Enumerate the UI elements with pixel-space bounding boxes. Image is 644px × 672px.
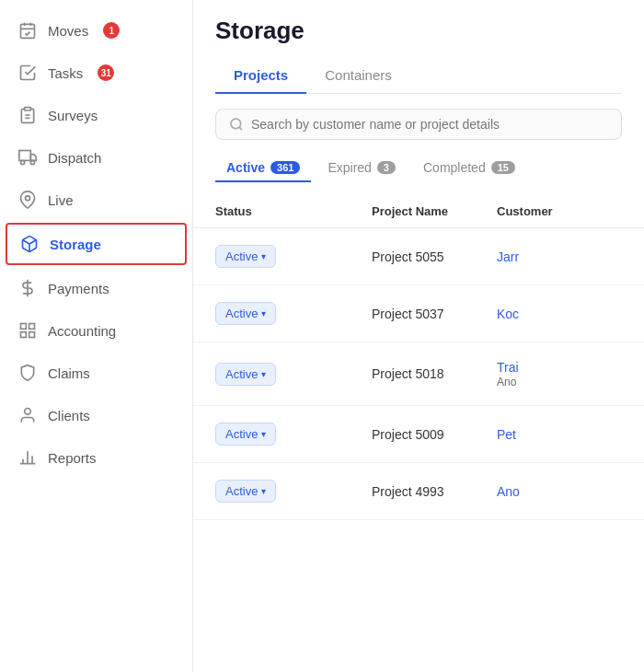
col-status: Status bbox=[215, 204, 372, 218]
status-label-3: Active bbox=[225, 427, 258, 441]
sidebar-item-reports-label: Reports bbox=[48, 450, 97, 466]
status-label-1: Active bbox=[225, 307, 258, 320]
row-3-status-cell: Active ▾ bbox=[215, 423, 372, 446]
row-3-project: Project 5009 bbox=[372, 427, 497, 442]
svg-line-24 bbox=[239, 127, 242, 130]
chevron-down-icon: ▾ bbox=[261, 308, 266, 319]
svg-rect-14 bbox=[21, 324, 27, 330]
sidebar-item-claims-label: Claims bbox=[48, 365, 90, 381]
table-row: Active ▾ Project 5055 Jarr bbox=[193, 228, 644, 285]
sidebar-item-storage[interactable]: Storage bbox=[6, 223, 187, 265]
sidebar-item-payments-label: Payments bbox=[48, 281, 109, 296]
sidebar-item-dispatch-label: Dispatch bbox=[48, 150, 101, 166]
tab-projects[interactable]: Projects bbox=[215, 58, 306, 94]
shield-icon bbox=[18, 364, 37, 382]
truck-icon bbox=[18, 148, 37, 167]
storage-icon bbox=[20, 235, 39, 253]
filter-completed-count: 15 bbox=[491, 161, 515, 174]
search-bar[interactable] bbox=[215, 109, 622, 140]
person-icon bbox=[18, 406, 37, 424]
svg-rect-15 bbox=[29, 324, 35, 330]
status-label-0: Active bbox=[225, 249, 258, 263]
svg-point-9 bbox=[21, 160, 25, 164]
sidebar-item-tasks[interactable]: Tasks 31 bbox=[0, 52, 192, 94]
moves-badge: 1 bbox=[103, 22, 120, 39]
status-badge-3[interactable]: Active ▾ bbox=[215, 423, 276, 446]
sidebar-item-clients[interactable]: Clients bbox=[0, 394, 192, 436]
sidebar-item-clients-label: Clients bbox=[48, 408, 90, 423]
sidebar-item-tasks-label: Tasks bbox=[48, 65, 83, 81]
svg-point-18 bbox=[25, 409, 31, 415]
svg-point-11 bbox=[26, 196, 30, 201]
chevron-down-icon: ▾ bbox=[261, 369, 266, 379]
row-4-project: Project 4993 bbox=[372, 484, 497, 499]
filter-tab-expired[interactable]: Expired 3 bbox=[316, 155, 407, 182]
status-badge-0[interactable]: Active ▾ bbox=[215, 245, 276, 268]
chart-icon bbox=[18, 448, 37, 467]
sidebar-item-accounting-label: Accounting bbox=[48, 323, 116, 339]
customer-sub-2: Ano bbox=[497, 376, 622, 388]
customer-link-0[interactable]: Jarr bbox=[497, 249, 519, 264]
chevron-down-icon: ▾ bbox=[261, 429, 266, 439]
svg-point-23 bbox=[231, 119, 241, 129]
svg-rect-7 bbox=[19, 151, 30, 161]
table-area: Status Project Name Customer Active ▾ Pr… bbox=[193, 195, 644, 672]
page-header: Storage Projects Containers bbox=[193, 0, 644, 94]
sidebar-item-live[interactable]: Live bbox=[0, 179, 192, 221]
sidebar-item-accounting[interactable]: Accounting bbox=[0, 309, 192, 352]
status-badge-2[interactable]: Active ▾ bbox=[215, 363, 276, 386]
sidebar-item-moves-label: Moves bbox=[48, 23, 88, 39]
status-badge-4[interactable]: Active ▾ bbox=[215, 480, 276, 503]
table-row: Active ▾ Project 5037 Koc bbox=[193, 285, 644, 342]
sidebar-item-surveys-label: Surveys bbox=[48, 108, 98, 123]
svg-marker-8 bbox=[30, 155, 36, 161]
sidebar-item-payments[interactable]: Payments bbox=[0, 267, 192, 309]
check-icon bbox=[18, 64, 37, 82]
person-pin-icon bbox=[18, 191, 37, 209]
customer-link-2[interactable]: Trai bbox=[497, 360, 519, 375]
filter-active-label: Active bbox=[226, 160, 265, 175]
search-icon bbox=[229, 117, 244, 132]
row-3-customer: Pet bbox=[497, 426, 622, 443]
row-0-customer: Jarr bbox=[497, 249, 622, 265]
col-project: Project Name bbox=[372, 204, 497, 218]
row-2-project: Project 5018 bbox=[372, 366, 497, 381]
table-row: Active ▾ Project 4993 Ano bbox=[193, 463, 644, 520]
svg-rect-16 bbox=[21, 332, 27, 338]
tasks-badge: 31 bbox=[98, 64, 114, 81]
sidebar-item-surveys[interactable]: Surveys bbox=[0, 94, 192, 136]
status-label-4: Active bbox=[225, 484, 258, 498]
sidebar-item-moves[interactable]: Moves 1 bbox=[0, 9, 192, 52]
row-0-project: Project 5055 bbox=[372, 249, 497, 264]
sidebar-item-dispatch[interactable]: Dispatch bbox=[0, 136, 192, 179]
row-4-status-cell: Active ▾ bbox=[215, 480, 372, 503]
search-input[interactable] bbox=[251, 117, 608, 132]
table-row: Active ▾ Project 5018 Trai Ano bbox=[193, 342, 644, 406]
row-1-customer: Koc bbox=[497, 306, 622, 322]
col-customer: Customer bbox=[497, 204, 622, 218]
svg-rect-17 bbox=[29, 332, 35, 338]
chevron-down-icon: ▾ bbox=[261, 486, 266, 496]
table-row: Active ▾ Project 5009 Pet bbox=[193, 406, 644, 463]
filter-tab-active[interactable]: Active 361 bbox=[215, 155, 311, 182]
sidebar-item-live-label: Live bbox=[48, 192, 74, 208]
customer-link-4[interactable]: Ano bbox=[497, 484, 520, 499]
sidebar-item-storage-label: Storage bbox=[50, 237, 101, 252]
sidebar: Moves 1 Tasks 31 Surveys bbox=[0, 0, 193, 672]
table-header: Status Project Name Customer bbox=[193, 195, 644, 228]
tab-containers[interactable]: Containers bbox=[306, 58, 410, 94]
row-2-customer: Trai Ano bbox=[497, 359, 622, 388]
status-label-2: Active bbox=[225, 367, 258, 381]
filter-tabs: Active 361 Expired 3 Completed 15 bbox=[193, 155, 644, 195]
main-content: Storage Projects Containers Active 361 E… bbox=[193, 0, 644, 672]
filter-tab-completed[interactable]: Completed 15 bbox=[412, 155, 526, 182]
sidebar-item-reports[interactable]: Reports bbox=[0, 436, 192, 479]
row-4-customer: Ano bbox=[497, 483, 622, 500]
customer-link-3[interactable]: Pet bbox=[497, 427, 516, 442]
dollar-icon bbox=[18, 279, 37, 297]
svg-point-10 bbox=[30, 160, 34, 164]
customer-link-1[interactable]: Koc bbox=[497, 307, 519, 321]
status-badge-1[interactable]: Active ▾ bbox=[215, 302, 276, 325]
sidebar-item-claims[interactable]: Claims bbox=[0, 352, 192, 394]
row-1-status-cell: Active ▾ bbox=[215, 302, 372, 325]
